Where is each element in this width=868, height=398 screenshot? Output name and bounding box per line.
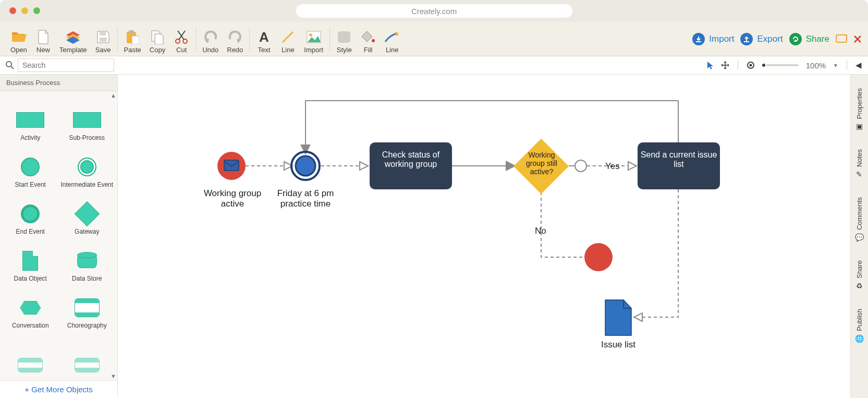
shape-sub-process[interactable]: Sub-Process [59, 97, 116, 141]
gateway-label: Working group still active? [520, 151, 563, 176]
cut-button[interactable]: Cut [169, 25, 193, 54]
save-icon [95, 29, 111, 45]
task-check-label: Check status of working group [372, 150, 449, 169]
rail-comments[interactable]: 💬Comments [855, 188, 864, 251]
open-button[interactable]: Open [6, 25, 31, 54]
properties-icon: ▣ [856, 122, 863, 130]
zoom-slider[interactable] [762, 64, 799, 66]
diagram-start-event[interactable] [217, 152, 246, 180]
close-icon[interactable] [853, 35, 862, 43]
export-action[interactable]: Export [740, 33, 783, 45]
shape-more-2[interactable] [59, 331, 116, 376]
shape-data-object[interactable]: Data Object [2, 237, 59, 282]
svg-line-7 [283, 32, 293, 42]
svg-rect-4 [132, 36, 139, 44]
target-icon[interactable] [747, 61, 755, 69]
rail-share[interactable]: ♻Share [855, 251, 863, 299]
fill-button[interactable]: Fill [356, 25, 380, 54]
zoom-value: 100% [806, 61, 826, 70]
timer-event-label: Friday at 6 pm practice time [272, 188, 339, 209]
svg-point-12 [6, 62, 11, 67]
library-category-label: Business Process [0, 75, 117, 91]
rail-notes[interactable]: ✎Notes [855, 140, 863, 188]
undo-button[interactable]: Undo [198, 25, 223, 54]
fill-icon [360, 29, 376, 45]
branch-yes-label: Yes [605, 161, 620, 171]
diagram-canvas[interactable]: Working group active Friday at 6 pm prac… [118, 75, 850, 398]
diagram-end-event[interactable] [584, 243, 613, 271]
shape-gateway[interactable]: Gateway [59, 190, 116, 235]
share-action[interactable]: Share [789, 33, 829, 45]
import-image-button[interactable]: Import [300, 25, 327, 54]
url-text: Creately.com [411, 7, 457, 16]
branch-no-label: No [535, 226, 546, 236]
search-input[interactable] [18, 58, 114, 72]
line-style-button[interactable]: Line [380, 25, 404, 54]
shape-library-panel: Business Process ▲ Activity Sub-Process … [0, 75, 118, 398]
upload-icon [740, 33, 753, 45]
redo-icon [227, 29, 243, 45]
cut-icon [174, 29, 189, 45]
data-object-label: Issue list [592, 340, 644, 350]
minimize-window-icon[interactable] [21, 7, 28, 14]
shape-activity[interactable]: Activity [2, 97, 59, 141]
search-icon [5, 61, 15, 70]
shape-start-event[interactable]: Start Event [2, 143, 59, 188]
style-button[interactable]: Style [332, 25, 356, 54]
save-button[interactable]: Save [91, 25, 115, 54]
svg-point-9 [309, 33, 312, 37]
paste-button[interactable]: Paste [120, 25, 145, 54]
scroll-up-icon[interactable]: ▲ [111, 92, 116, 99]
text-icon: A [256, 29, 272, 45]
svg-rect-3 [129, 30, 134, 33]
file-new-icon [35, 29, 51, 45]
copy-icon [150, 29, 165, 45]
main-toolbar: Open New Template Save Paste Copy Cut Un… [0, 22, 868, 56]
comments-icon: 💬 [855, 233, 864, 242]
import-action[interactable]: Import [692, 33, 734, 45]
move-icon[interactable] [721, 61, 729, 69]
text-button[interactable]: A Text [252, 25, 276, 54]
shape-intermediate-event[interactable]: Intermediate Event [59, 143, 116, 188]
publish-icon: 🌐 [855, 334, 864, 342]
shape-more-1[interactable] [2, 331, 59, 376]
diagram-timer-event[interactable] [291, 152, 320, 180]
rail-publish[interactable]: 🌐Publish [855, 299, 864, 352]
url-bar[interactable]: Creately.com [296, 4, 572, 18]
shape-end-event[interactable]: End Event [2, 190, 59, 235]
svg-line-13 [11, 66, 14, 69]
window-titlebar: Creately.com [0, 0, 868, 22]
style-icon [336, 29, 352, 45]
svg-rect-11 [836, 35, 847, 42]
line-icon [280, 29, 296, 45]
collapse-panel-icon[interactable]: ◀ [855, 61, 862, 70]
task-send-label: Send a current issue list [640, 150, 717, 169]
maximize-window-icon[interactable] [33, 7, 40, 14]
presentation-icon[interactable] [836, 34, 847, 44]
right-rail: ▣Properties ✎Notes 💬Comments ♻Share 🌐Pub… [850, 75, 868, 398]
secondary-toolbar: 100% ▼ ◀ [0, 56, 868, 75]
shape-data-store[interactable]: Data Store [59, 237, 116, 282]
undo-icon [203, 29, 218, 45]
new-button[interactable]: New [31, 25, 55, 54]
svg-rect-0 [100, 31, 106, 35]
template-button[interactable]: Template [55, 25, 91, 54]
pointer-icon[interactable] [706, 61, 714, 69]
redo-button[interactable]: Redo [223, 25, 247, 54]
image-icon [306, 29, 322, 45]
diagram-intermediate-small[interactable] [575, 160, 586, 172]
diagram-data-object[interactable] [605, 300, 631, 335]
line-button[interactable]: Line [276, 25, 300, 54]
template-icon [65, 29, 81, 45]
get-more-objects-button[interactable]: + Get More Objects [0, 380, 117, 398]
svg-point-25 [296, 156, 315, 176]
rail-properties[interactable]: ▣Properties [855, 79, 863, 140]
paste-icon [125, 29, 140, 45]
shape-choreography[interactable]: Choreography [59, 284, 116, 329]
copy-button[interactable]: Copy [145, 25, 169, 54]
svg-point-15 [749, 64, 752, 67]
scroll-down-icon[interactable]: ▼ [111, 373, 116, 379]
recycle-icon [789, 33, 802, 45]
close-window-icon[interactable] [9, 7, 16, 14]
shape-conversation[interactable]: Conversation [2, 284, 59, 329]
